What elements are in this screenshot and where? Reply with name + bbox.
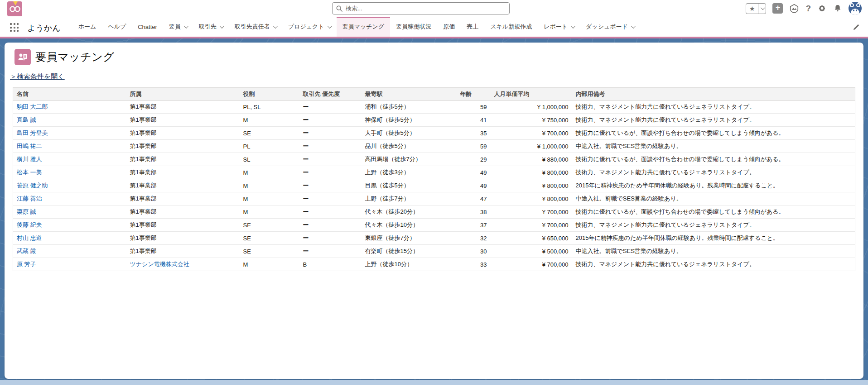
nav-tab-9[interactable]: 要員稼働状況 [390, 17, 437, 37]
page-header: 要員マッチング [5, 43, 863, 65]
help-icon[interactable]: ? [805, 4, 811, 14]
nav-tab-5[interactable]: 取引先 [193, 17, 229, 37]
cell-age: 49 [457, 166, 491, 179]
user-avatar[interactable] [849, 2, 862, 15]
table-row: 真島 誠第1事業部Mー神保町（徒歩5分）41¥ 750,000技術力、マネジメン… [13, 114, 855, 127]
cell-price: ¥ 700,000 [491, 258, 572, 271]
chevron-down-icon [220, 24, 224, 29]
search-input[interactable] [346, 5, 506, 12]
favorites-button-group[interactable]: ★ [746, 3, 766, 14]
nav-tab-3[interactable]: Chatter [132, 17, 163, 37]
cell-priority: ー [299, 114, 362, 127]
nav-tab-7[interactable]: プロジェクト [282, 17, 337, 37]
page-title-icon [14, 49, 31, 65]
nav-tab-label: ヘルプ [108, 23, 126, 31]
notifications-bell-icon[interactable] [833, 4, 842, 13]
record-name-link[interactable]: 武蔵 厳 [17, 248, 36, 254]
table-row: 田嶋 祐二第1事業部PLー品川（徒歩5分）59¥ 1,000,000中途入社。前… [13, 140, 855, 153]
cell-name: 原 芳子 [13, 258, 126, 271]
record-name-link[interactable]: 田嶋 祐二 [17, 143, 42, 149]
cell-price: ¥ 750,000 [491, 114, 572, 127]
nav-tab-label: ホーム [78, 23, 96, 31]
cell-station: 東銀座（徒歩7分） [362, 232, 457, 245]
nav-tab-14[interactable]: ダッシュボード [580, 17, 640, 37]
cell-name: 武蔵 厳 [13, 245, 126, 258]
cell-dept: 第1事業部 [126, 179, 240, 192]
app-name: ようかん [27, 23, 61, 37]
cell-priority: ー [299, 245, 362, 258]
nav-tab-6[interactable]: 取引先責任者 [229, 17, 282, 37]
cell-priority: ー [299, 219, 362, 232]
table-row: 松本 一美第1事業部Mー上野（徒歩3分）49¥ 800,000技術力、マネジメン… [13, 166, 855, 179]
record-name-link[interactable]: 横川 雅人 [17, 156, 42, 162]
app-launcher-icon[interactable] [10, 23, 19, 32]
cell-age: 33 [457, 258, 491, 271]
cell-age: 47 [457, 192, 491, 205]
cell-role: SE [240, 245, 299, 258]
cell-note: 2015年に精神疾患のため半年間休職の経験あり。残業時間に配慮すること。 [572, 232, 855, 245]
nav-tab-13[interactable]: レポート [538, 17, 580, 37]
table-row: 横川 雅人第1事業部SLー高田馬場（徒歩7分）29¥ 880,000技術力に優れ… [13, 153, 855, 166]
record-name-link[interactable]: 江藤 善治 [17, 195, 42, 202]
trailhead-icon[interactable] [789, 4, 799, 14]
favorites-dropdown-icon[interactable] [758, 4, 766, 14]
nav-tab-8[interactable]: 要員マッチング [337, 17, 391, 37]
nav-tab-10[interactable]: 原価 [437, 17, 461, 37]
cell-station: 代々木（徒歩20分） [362, 205, 457, 219]
nav-tab-1[interactable]: ホーム [72, 17, 102, 37]
edit-pencil-icon[interactable] [853, 24, 860, 33]
cell-role: M [240, 205, 299, 219]
cell-station: 上野（徒歩10分） [362, 258, 457, 271]
nav-tab-2[interactable]: ヘルプ [102, 17, 132, 37]
nav-tab-11[interactable]: 売上 [461, 17, 484, 37]
cell-role: PL [240, 140, 299, 153]
nav-tab-4[interactable]: 要員 [163, 17, 193, 37]
app-logo[interactable] [7, 1, 22, 16]
nav-tab-label: 要員マッチング [342, 23, 385, 31]
app-navbar: ようかん ホームヘルプChatter要員取引先取引先責任者プロジェクト要員マッチ… [0, 17, 868, 38]
table-row: 村山 忠道第1事業部SEー東銀座（徒歩7分）32¥ 650,0002015年に精… [13, 232, 855, 245]
cell-note: 技術力に優れているが、面談や打ち合わせの場で委縮してしまう傾向がある。 [572, 153, 855, 166]
record-name-link[interactable]: 真島 誠 [17, 116, 36, 123]
cell-dept: 第1事業部 [126, 100, 240, 114]
avatar-eye [853, 10, 854, 11]
nav-tab-label: Chatter [138, 24, 157, 30]
cell-note: 技術力、マネジメント能力共に優れているジェネラリストタイプ。 [572, 166, 855, 179]
cell-priority: B [299, 258, 362, 271]
cell-note: 技術力に優れているが、面談や打ち合わせの場で委縮してしまう傾向がある。 [572, 205, 855, 219]
cell-price: ¥ 800,000 [491, 192, 572, 205]
record-name-link[interactable]: 後藤 紀夫 [17, 221, 42, 228]
cell-price: ¥ 650,000 [491, 232, 572, 245]
record-name-link[interactable]: 原 芳子 [17, 261, 36, 268]
avatar-ear [856, 3, 860, 7]
cell-age: 37 [457, 219, 491, 232]
global-actions-icon[interactable]: + [772, 3, 783, 14]
record-name-link[interactable]: 村山 忠道 [17, 234, 42, 241]
setup-gear-icon[interactable] [817, 4, 827, 13]
glasses-icon [9, 5, 21, 13]
table-row: 武蔵 厳第1事業部SEー有楽町（徒歩15分）30¥ 500,000中途入社。前職… [13, 245, 855, 258]
cell-age: 35 [457, 127, 491, 140]
cell-note: 中途入社。前職でSES営業の経験あり。 [572, 192, 855, 205]
main-card: 要員マッチング ＞検索条件を開く 名前所属役割取引先 優先度最寄駅年齢人月単価平… [5, 43, 863, 379]
cell-note: 技術力、マネジメント能力共に優れているジェネラリストタイプ。 [572, 258, 855, 271]
cell-note: 技術力に優れているが、面談や打ち合わせの場で委縮してしまう傾向がある。 [572, 127, 855, 140]
record-name-link[interactable]: 松本 一美 [17, 169, 42, 176]
cell-note: 技術力、マネジメント能力共に優れているジェネラリストタイプ。 [572, 219, 855, 232]
record-name-link[interactable]: 駒田 大二郎 [17, 103, 48, 110]
record-name-link[interactable]: 島田 芳登美 [17, 129, 48, 136]
record-name-link[interactable]: 栗原 誠 [17, 208, 36, 215]
table-row: 島田 芳登美第1事業部SEー大手町（徒歩5分）35¥ 700,000技術力に優れ… [13, 127, 855, 140]
nav-tab-12[interactable]: スキル新規作成 [484, 17, 538, 37]
table-row: 江藤 善治第1事業部Mー上野（徒歩7分）47¥ 800,000中途入社。前職でS… [13, 192, 855, 205]
global-search[interactable] [332, 2, 510, 14]
cell-role: M [240, 166, 299, 179]
cell-price: ¥ 1,000,000 [491, 100, 572, 114]
favorites-star-icon[interactable]: ★ [746, 4, 758, 14]
record-name-link[interactable]: 笹原 健之助 [17, 182, 48, 189]
account-link[interactable]: ツナシン電機株式会社 [130, 261, 189, 268]
cell-station: 上野（徒歩3分） [362, 166, 457, 179]
avatar-face [851, 9, 859, 15]
open-search-conditions-link[interactable]: ＞検索条件を開く [10, 72, 65, 81]
cell-name: 横川 雅人 [13, 153, 126, 166]
